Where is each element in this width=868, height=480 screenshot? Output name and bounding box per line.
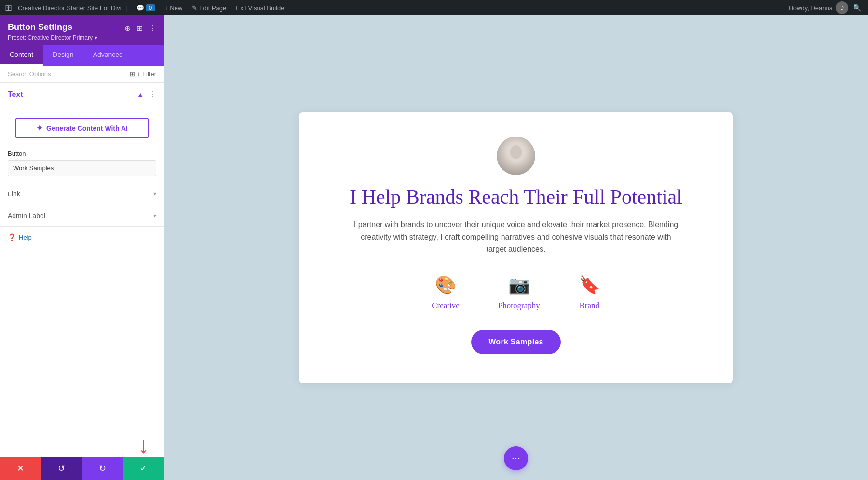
work-samples-button[interactable]: Work Samples	[471, 330, 561, 354]
comments-btn[interactable]: 💬 0	[133, 2, 159, 14]
search-options-bar: Search Options ⊞ + Filter	[0, 66, 164, 83]
exit-builder-label: Exit Visual Builder	[236, 4, 286, 12]
text-section-menu-icon[interactable]: ⋮	[149, 90, 156, 99]
ai-icon: ✦	[36, 123, 42, 133]
confirm-button[interactable]: ✓ ↓	[123, 457, 164, 480]
service-photography: 📷 Photography	[498, 275, 540, 311]
tab-bar: Content Design Advanced	[0, 45, 164, 66]
admin-label-section-label: Admin Label	[8, 212, 45, 219]
admin-label-chevron-icon: ▾	[153, 212, 156, 219]
bottom-toolbar: ✕ ↺ ↻ ✓ ↓	[0, 457, 164, 480]
photography-label: Photography	[498, 301, 540, 311]
search-icon[interactable]: 🔍	[851, 2, 863, 14]
right-content-area: I Help Brands Reach Their Full Potential…	[164, 15, 868, 480]
wp-admin-bar: ⊞ Creative Director Starter Site For Div…	[0, 0, 868, 15]
tab-content[interactable]: Content	[0, 45, 43, 66]
left-panel: Button Settings ⊕ ⊞ ⋮ Preset: Creative D…	[0, 15, 164, 480]
brand-icon: 🔖	[579, 275, 600, 295]
ai-button-label: Generate Content With AI	[46, 124, 128, 132]
filter-icon: ⊞	[130, 70, 135, 78]
edit-page-label: ✎ Edit Page	[192, 4, 226, 12]
comment-count: 0	[146, 4, 155, 11]
services-row: 🎨 Creative 📷 Photography 🔖 Brand	[432, 275, 600, 311]
text-section-title: Text	[8, 90, 23, 99]
tab-advanced[interactable]: Advanced	[83, 45, 133, 66]
help-section: ❓ Help	[0, 226, 164, 248]
generate-ai-button[interactable]: ✦ Generate Content With AI	[15, 118, 149, 138]
button-text-input[interactable]	[8, 160, 156, 176]
howdy-label: Howdy, Deanna	[788, 4, 833, 12]
site-name[interactable]: Creative Director Starter Site For Divi	[18, 4, 122, 12]
hero-subtitle: I partner with brands to uncover their u…	[352, 219, 680, 256]
new-label: + New	[164, 4, 182, 12]
search-options-placeholder[interactable]: Search Options	[8, 70, 51, 78]
cancel-button[interactable]: ✕	[0, 457, 41, 480]
work-samples-button-label: Work Samples	[488, 338, 543, 346]
comment-icon: 💬	[136, 4, 144, 12]
edit-page-btn[interactable]: ✎ Edit Page	[188, 2, 230, 14]
service-brand: 🔖 Brand	[579, 275, 600, 311]
link-chevron-icon: ▾	[153, 191, 156, 197]
brand-label: Brand	[579, 301, 599, 311]
filter-button[interactable]: ⊞ + Filter	[130, 70, 156, 78]
link-section-label: Link	[8, 190, 20, 198]
avatar[interactable]: D	[836, 1, 848, 14]
text-section-toggle-icon[interactable]: ▲	[137, 91, 144, 98]
preset-arrow-icon: ▾	[95, 34, 97, 41]
panel-title: Button Settings	[8, 22, 72, 32]
profile-image	[497, 137, 535, 175]
help-label[interactable]: Help	[19, 234, 32, 241]
fab-button[interactable]: ···	[504, 446, 528, 470]
tab-design[interactable]: Design	[43, 45, 83, 66]
service-creative: 🎨 Creative	[432, 275, 460, 311]
redo-icon: ↻	[99, 463, 106, 474]
panel-icon-menu[interactable]: ⋮	[149, 24, 156, 33]
howdy-section: Howdy, Deanna D 🔍	[788, 1, 863, 14]
exit-builder-btn[interactable]: Exit Visual Builder	[232, 2, 290, 14]
link-section[interactable]: Link ▾	[0, 183, 164, 205]
creative-label: Creative	[432, 301, 460, 311]
new-btn[interactable]: + New	[161, 2, 186, 14]
panel-body: Search Options ⊞ + Filter Text ▲ ⋮	[0, 66, 164, 457]
undo-button[interactable]: ↺	[41, 457, 82, 480]
admin-label-section[interactable]: Admin Label ▾	[0, 205, 164, 226]
creative-icon: 🎨	[435, 275, 457, 295]
preset-label: Preset: Creative Director Primary	[8, 34, 93, 41]
cancel-icon: ✕	[17, 463, 24, 474]
content-card: I Help Brands Reach Their Full Potential…	[299, 112, 733, 383]
hero-title: I Help Brands Reach Their Full Potential	[350, 185, 682, 209]
undo-icon: ↺	[58, 463, 65, 474]
help-icon: ❓	[8, 233, 16, 241]
confirm-icon: ✓	[140, 463, 147, 474]
button-field-group: Button	[0, 145, 164, 183]
wp-logo-icon[interactable]: ⊞	[5, 2, 12, 13]
fab-icon: ···	[512, 452, 520, 465]
redo-button[interactable]: ↻	[82, 457, 123, 480]
button-field-label: Button	[8, 150, 156, 157]
photography-icon: 📷	[508, 275, 530, 295]
filter-label: + Filter	[137, 70, 156, 78]
panel-icon-target[interactable]: ⊕	[124, 24, 131, 33]
panel-icon-columns[interactable]: ⊞	[136, 24, 143, 33]
panel-header: Button Settings ⊕ ⊞ ⋮ Preset: Creative D…	[0, 15, 164, 45]
text-section-header: Text ▲ ⋮	[0, 83, 164, 104]
